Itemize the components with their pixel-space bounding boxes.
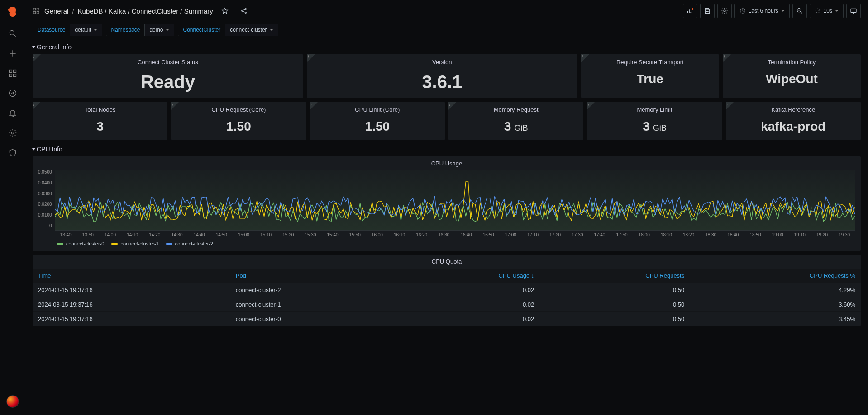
bell-icon[interactable] <box>8 108 17 118</box>
breadcrumb-leaf[interactable]: KubeDB / Kafka / ConnectCluster / Summar… <box>78 7 213 15</box>
chevron-down-icon <box>270 29 273 31</box>
table-header[interactable]: Pod <box>230 269 399 283</box>
save-icon[interactable] <box>700 4 715 18</box>
stat-panel[interactable]: Connect Cluster StatusReady <box>33 54 303 98</box>
tv-mode-icon[interactable] <box>846 4 861 18</box>
grafana-logo-icon[interactable] <box>6 5 19 18</box>
section-toggle[interactable]: CPU Info <box>33 144 861 156</box>
info-icon[interactable] <box>171 102 179 110</box>
avatar[interactable] <box>6 395 19 408</box>
variable-value[interactable]: demo <box>144 24 174 36</box>
y-axis: 0.05000.04000.03000.02000.01000 <box>38 170 55 228</box>
main: General / KubeDB / Kafka / ConnectCluste… <box>25 0 868 415</box>
info-icon[interactable] <box>310 102 318 110</box>
plus-icon[interactable] <box>8 49 17 58</box>
stat-panel[interactable]: Version3.6.1 <box>307 54 577 98</box>
stat-panel[interactable]: Termination PolicyWipeOut <box>723 54 861 98</box>
info-icon[interactable] <box>726 102 734 110</box>
panel-title: Kafka Reference <box>771 106 815 113</box>
time-range-picker[interactable]: Last 6 hours <box>734 4 790 18</box>
legend: connect-cluster-0connect-cluster-1connec… <box>38 237 855 246</box>
stat-panel[interactable]: Require Secure TransportTrue <box>581 54 719 98</box>
plot-area[interactable] <box>55 170 855 231</box>
svg-rect-7 <box>33 8 36 10</box>
stat-panel[interactable]: CPU Request (Core)1.50 <box>171 102 306 140</box>
panel-title: CPU Request (Core) <box>212 106 266 113</box>
legend-item[interactable]: connect-cluster-0 <box>57 241 104 246</box>
stat-panel[interactable]: Memory Request3 GiB <box>448 102 583 140</box>
legend-item[interactable]: connect-cluster-2 <box>166 241 213 246</box>
table-header[interactable]: CPU Requests <box>539 269 690 283</box>
table-row[interactable]: 2024-03-15 19:37:16connect-cluster-00.02… <box>33 312 861 326</box>
svg-rect-3 <box>9 74 12 77</box>
panel-title: Version <box>432 59 452 66</box>
toolbar: General / KubeDB / Kafka / ConnectCluste… <box>25 0 868 22</box>
section-general: General Info Connect Cluster StatusReady… <box>33 42 861 140</box>
panel-title: Connect Cluster Status <box>138 59 198 66</box>
refresh-picker[interactable]: 10s <box>810 4 844 18</box>
table: TimePodCPU UsageCPU RequestsCPU Requests… <box>33 269 861 326</box>
variable-namespace: Namespacedemo <box>106 24 174 36</box>
info-icon[interactable] <box>581 54 589 62</box>
time-range-label: Last 6 hours <box>749 8 778 14</box>
svg-rect-8 <box>37 8 39 10</box>
svg-point-5 <box>9 90 16 97</box>
section-toggle[interactable]: General Info <box>33 42 861 54</box>
stat-panel[interactable]: Kafka Referencekafka-prod <box>726 102 861 140</box>
info-icon[interactable] <box>33 102 41 110</box>
section-title: General Info <box>37 43 72 51</box>
chevron-down-icon <box>32 148 36 151</box>
apps-icon[interactable] <box>33 7 40 14</box>
panel-title: Total Nodes <box>85 106 116 113</box>
panel-title: CPU Quota <box>33 255 861 269</box>
variable-label: Namespace <box>106 27 144 33</box>
chevron-down-icon <box>94 29 97 31</box>
refresh-label: 10s <box>824 8 832 14</box>
legend-label: connect-cluster-0 <box>66 241 104 246</box>
table-header[interactable]: CPU Requests % <box>690 269 861 283</box>
panel-title: CPU Usage <box>38 160 855 167</box>
variable-connectcluster: ConnectClusterconnect-cluster <box>178 24 278 36</box>
info-icon[interactable] <box>723 54 731 62</box>
cpu-usage-chart[interactable]: CPU Usage 0.05000.04000.03000.02000.0100… <box>33 156 861 251</box>
info-icon[interactable] <box>448 102 457 110</box>
svg-rect-4 <box>13 74 16 77</box>
dashboards-icon[interactable] <box>8 69 17 78</box>
info-icon[interactable] <box>33 54 41 62</box>
variable-value[interactable]: default <box>70 24 102 36</box>
breadcrumb-root[interactable]: General <box>44 7 68 15</box>
shield-icon[interactable] <box>8 148 17 157</box>
table-header[interactable]: Time <box>33 269 230 283</box>
variable-label: Datasource <box>33 27 70 33</box>
zoom-out-icon[interactable] <box>792 4 807 18</box>
add-panel-icon[interactable] <box>683 4 697 18</box>
info-icon[interactable] <box>307 54 315 62</box>
star-icon[interactable] <box>218 4 232 18</box>
variable-datasource: Datasourcedefault <box>33 24 102 36</box>
compass-icon[interactable] <box>8 89 17 98</box>
share-icon[interactable] <box>237 4 251 18</box>
chevron-down-icon <box>781 10 785 12</box>
search-icon[interactable] <box>8 29 17 38</box>
table-row[interactable]: 2024-03-15 19:37:16connect-cluster-20.02… <box>33 283 861 297</box>
stat-panel[interactable]: CPU Limit (Core)1.50 <box>310 102 445 140</box>
info-icon[interactable] <box>587 102 595 110</box>
legend-label: connect-cluster-1 <box>120 241 158 246</box>
legend-item[interactable]: connect-cluster-1 <box>111 241 158 246</box>
settings-icon[interactable] <box>717 4 732 18</box>
svg-rect-2 <box>13 70 16 73</box>
gear-icon[interactable] <box>8 128 17 137</box>
svg-rect-1 <box>9 70 12 73</box>
breadcrumb[interactable]: General / KubeDB / Kafka / ConnectCluste… <box>44 7 213 15</box>
table-header[interactable]: CPU Usage <box>399 269 539 283</box>
stat-panel[interactable]: Memory Limit3 GiB <box>587 102 722 140</box>
panel-title: Memory Limit <box>637 106 672 113</box>
variable-value[interactable]: connect-cluster <box>225 24 277 36</box>
svg-point-14 <box>724 10 725 12</box>
breadcrumb-sep: / <box>72 7 74 15</box>
panel-title: Require Secure Transport <box>616 59 684 66</box>
variables-row: DatasourcedefaultNamespacedemoConnectClu… <box>25 22 868 42</box>
table-row[interactable]: 2024-03-15 19:37:16connect-cluster-10.02… <box>33 297 861 312</box>
svg-point-13 <box>245 12 247 14</box>
stat-panel[interactable]: Total Nodes3 <box>33 102 167 140</box>
